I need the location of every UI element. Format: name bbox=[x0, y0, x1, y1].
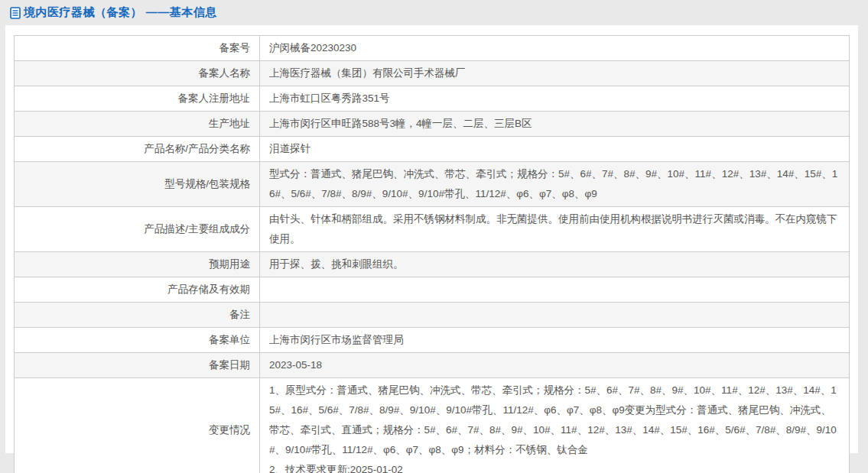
table-row-record-number: 备案号 沪闵械备20230230 bbox=[15, 36, 850, 61]
value-storage-validity bbox=[260, 277, 850, 303]
label-registrant-address: 备案人注册地址 bbox=[15, 86, 260, 112]
label-record-number: 备案号 bbox=[15, 36, 260, 61]
info-table: 备案号 沪闵械备20230230 备案人名称 上海医疗器械（集团）有限公司手术器… bbox=[14, 35, 850, 473]
table-row-product-name: 产品名称/产品分类名称 泪道探针 bbox=[15, 137, 850, 162]
value-product-description: 由针头、针体和柄部组成。采用不锈钢材料制成。非无菌提供。使用前由使用机构根据说明… bbox=[260, 207, 850, 252]
label-change-info: 变更情况 bbox=[15, 378, 260, 473]
label-intended-use: 预期用途 bbox=[15, 252, 260, 277]
value-filing-date: 2023-05-18 bbox=[260, 353, 850, 378]
table-row-registrant-address: 备案人注册地址 上海市虹口区粤秀路351号 bbox=[15, 86, 850, 112]
label-registrant-name: 备案人名称 bbox=[15, 61, 260, 86]
label-product-description: 产品描述/主要组成成分 bbox=[15, 207, 260, 252]
label-model-spec: 型号规格/包装规格 bbox=[15, 162, 260, 207]
value-record-number: 沪闵械备20230230 bbox=[260, 36, 850, 61]
value-product-name: 泪道探针 bbox=[260, 137, 850, 162]
table-row-registrant-name: 备案人名称 上海医疗器械（集团）有限公司手术器械厂 bbox=[15, 61, 850, 86]
page: 境内医疗器械（备案） ——基本信息 备案号 沪闵械备20230230 备案人名称… bbox=[0, 0, 868, 473]
table-row-storage-validity: 产品存储及有效期 bbox=[15, 277, 850, 303]
table-row-change-info: 变更情况 1、原型式分：普通式、猪尾巴钩、冲洗式、带芯、牵引式；规格分：5#、6… bbox=[15, 378, 850, 473]
table-row-model-spec: 型号规格/包装规格 型式分：普通式、猪尾巴钩、冲洗式、带芯、牵引式；规格分：5#… bbox=[15, 162, 850, 207]
label-production-address: 生产地址 bbox=[15, 112, 260, 137]
label-product-name: 产品名称/产品分类名称 bbox=[15, 137, 260, 162]
label-storage-validity: 产品存储及有效期 bbox=[15, 277, 260, 303]
table-row-remarks: 备注 bbox=[15, 303, 850, 328]
content-panel: 备案号 沪闵械备20230230 备案人名称 上海医疗器械（集团）有限公司手术器… bbox=[5, 25, 858, 453]
page-title: 境内医疗器械（备案） ——基本信息 bbox=[24, 5, 217, 20]
label-remarks: 备注 bbox=[15, 303, 260, 328]
value-remarks bbox=[260, 303, 850, 328]
table-row-intended-use: 预期用途 用于探、拨、挑和刺眼组织。 bbox=[15, 252, 850, 277]
value-model-spec: 型式分：普通式、猪尾巴钩、冲洗式、带芯、牵引式；规格分：5#、6#、7#、8#、… bbox=[260, 162, 850, 207]
table-row-production-address: 生产地址 上海市闵行区申旺路588号3幢，4幢一层、二层、三层B区 bbox=[15, 112, 850, 137]
label-filing-date: 备案日期 bbox=[15, 353, 260, 378]
label-filing-authority: 备案单位 bbox=[15, 328, 260, 353]
value-filing-authority: 上海市闵行区市场监督管理局 bbox=[260, 328, 850, 353]
document-icon bbox=[10, 7, 21, 19]
value-production-address: 上海市闵行区申旺路588号3幢，4幢一层、二层、三层B区 bbox=[260, 112, 850, 137]
value-registrant-name: 上海医疗器械（集团）有限公司手术器械厂 bbox=[260, 61, 850, 86]
table-row-filing-authority: 备案单位 上海市闵行区市场监督管理局 bbox=[15, 328, 850, 353]
table-row-filing-date: 备案日期 2023-05-18 bbox=[15, 353, 850, 378]
value-change-info: 1、原型式分：普通式、猪尾巴钩、冲洗式、带芯、牵引式；规格分：5#、6#、7#、… bbox=[260, 378, 850, 473]
value-intended-use: 用于探、拨、挑和刺眼组织。 bbox=[260, 252, 850, 277]
table-row-product-description: 产品描述/主要组成成分 由针头、针体和柄部组成。采用不锈钢材料制成。非无菌提供。… bbox=[15, 207, 850, 252]
page-header: 境内医疗器械（备案） ——基本信息 bbox=[0, 0, 868, 25]
value-registrant-address: 上海市虹口区粤秀路351号 bbox=[260, 86, 850, 112]
